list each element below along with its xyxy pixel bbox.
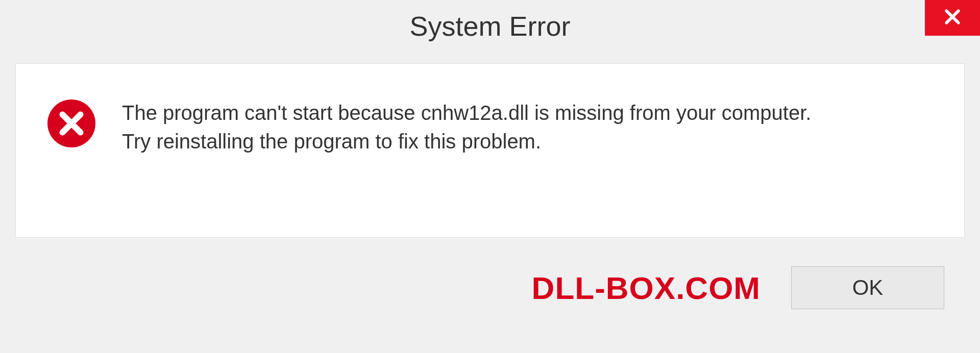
message-text: The program can't start because cnhw12a.… — [122, 89, 934, 156]
message-panel: The program can't start because cnhw12a.… — [15, 63, 965, 238]
watermark-text: DLL-BOX.COM — [532, 270, 761, 306]
dialog-title: System Error — [409, 10, 570, 42]
footer-bar: DLL-BOX.COM OK — [15, 238, 965, 338]
message-line-2: Try reinstalling the program to fix this… — [122, 127, 934, 156]
ok-button[interactable]: OK — [791, 266, 944, 309]
close-button[interactable] — [925, 0, 980, 36]
error-icon — [46, 98, 96, 150]
message-line-1: The program can't start because cnhw12a.… — [122, 98, 934, 127]
close-icon — [942, 7, 963, 29]
